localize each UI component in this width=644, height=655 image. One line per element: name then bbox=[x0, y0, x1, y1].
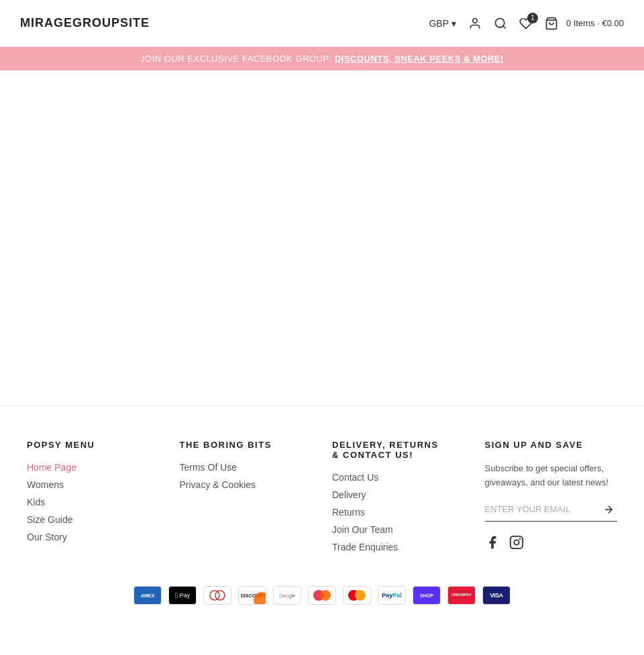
payment-googlepay: Google bbox=[273, 586, 301, 605]
social-icons bbox=[485, 535, 618, 553]
footer-col1-title: POPSY MENU bbox=[27, 440, 160, 450]
footer-col2-title: THE BORING BITS bbox=[180, 440, 313, 450]
footer-link-trade[interactable]: Trade Enquiries bbox=[332, 542, 465, 552]
footer-link-womens[interactable]: Womens bbox=[27, 479, 160, 490]
footer-col-popsy-menu: POPSY MENU Home Page Womens Kids Size Gu… bbox=[27, 440, 160, 559]
payment-diners bbox=[203, 586, 231, 605]
footer-link-terms[interactable]: Terms Of Use bbox=[180, 462, 313, 473]
svg-point-8 bbox=[215, 591, 225, 600]
header-icons: GBP ▾ 1 bbox=[429, 17, 624, 30]
footer-link-homepage[interactable]: Home Page bbox=[27, 462, 160, 473]
footer-link-join-team[interactable]: Join Our Team bbox=[332, 524, 465, 535]
person-icon bbox=[468, 17, 482, 30]
footer-col4-title: SIGN UP AND SAVE bbox=[485, 440, 618, 450]
footer-col3-title: DELIVERY, RETURNS& CONTACT US! bbox=[332, 440, 465, 460]
svg-point-0 bbox=[473, 18, 478, 23]
payment-discover: DISCOVER bbox=[238, 586, 266, 605]
search-icon bbox=[494, 17, 507, 30]
footer-grid: POPSY MENU Home Page Womens Kids Size Gu… bbox=[27, 440, 617, 559]
banner-link[interactable]: DISCOUNTS, SNEAK PEEKS & MORE! bbox=[335, 54, 504, 64]
chevron-down-icon: ▾ bbox=[451, 18, 456, 29]
site-logo[interactable]: MIRAGEGROUPSITE bbox=[20, 16, 150, 30]
svg-point-5 bbox=[514, 540, 519, 544]
main-content bbox=[0, 70, 644, 406]
svg-point-9 bbox=[254, 592, 266, 605]
svg-point-1 bbox=[496, 18, 504, 27]
footer-link-size-guide[interactable]: Size Guide bbox=[27, 514, 160, 525]
currency-selector[interactable]: GBP ▾ bbox=[429, 18, 456, 29]
svg-point-7 bbox=[210, 591, 219, 600]
cart-label: 0 Items · €0.00 bbox=[566, 18, 624, 28]
footer-link-contact[interactable]: Contact Us bbox=[332, 472, 465, 483]
wishlist-badge: 1 bbox=[527, 13, 538, 23]
footer-link-delivery[interactable]: Delivery bbox=[332, 489, 465, 500]
wishlist-button[interactable]: 1 bbox=[519, 17, 533, 30]
currency-label: GBP bbox=[429, 18, 449, 29]
payment-amex: AMEX bbox=[133, 586, 162, 605]
payment-visa: VISA bbox=[482, 586, 511, 605]
email-submit-button[interactable] bbox=[600, 501, 617, 518]
svg-rect-4 bbox=[510, 536, 522, 548]
payment-mastercard bbox=[343, 586, 371, 605]
svg-point-6 bbox=[519, 538, 520, 539]
payment-methods: AMEX  Pay DISCOVER Google bbox=[27, 586, 617, 605]
facebook-icon[interactable] bbox=[485, 535, 500, 553]
footer-link-returns[interactable]: Returns bbox=[332, 507, 465, 518]
account-button[interactable] bbox=[468, 17, 482, 30]
payment-unionpay: UNIONPAY bbox=[447, 586, 476, 605]
payment-applepay:  Pay bbox=[168, 586, 197, 605]
payment-paypal: PayPal bbox=[378, 586, 406, 605]
payment-maestro bbox=[308, 586, 336, 605]
footer: POPSY MENU Home Page Womens Kids Size Gu… bbox=[0, 406, 644, 625]
footer-col-delivery: DELIVERY, RETURNS& CONTACT US! Contact U… bbox=[332, 440, 465, 559]
subscribe-description: Subscribe to get special offers, giveawa… bbox=[485, 462, 618, 490]
cart-button[interactable]: 0 Items · €0.00 bbox=[545, 17, 624, 30]
cart-icon bbox=[545, 17, 558, 30]
arrow-right-icon bbox=[602, 503, 614, 516]
promo-banner: JOIN OUR EXCLUSIVE FACEBOOK GROUP: DISCO… bbox=[0, 47, 644, 70]
payment-shoppay: SHOP bbox=[413, 586, 441, 605]
footer-col-boring-bits: THE BORING BITS Terms Of Use Privacy & C… bbox=[180, 440, 313, 559]
footer-col-signup: SIGN UP AND SAVE Subscribe to get specia… bbox=[485, 440, 618, 559]
footer-link-our-story[interactable]: Our Story bbox=[27, 532, 160, 542]
banner-text-prefix: JOIN OUR EXCLUSIVE FACEBOOK GROUP: bbox=[140, 54, 335, 64]
email-subscribe-form bbox=[485, 501, 618, 522]
footer-link-privacy[interactable]: Privacy & Cookies bbox=[180, 479, 313, 490]
email-input[interactable] bbox=[485, 501, 600, 517]
search-button[interactable] bbox=[494, 17, 507, 30]
instagram-icon[interactable] bbox=[509, 535, 524, 553]
footer-link-kids[interactable]: Kids bbox=[27, 497, 160, 508]
header: MIRAGEGROUPSITE GBP ▾ 1 bbox=[0, 0, 644, 47]
